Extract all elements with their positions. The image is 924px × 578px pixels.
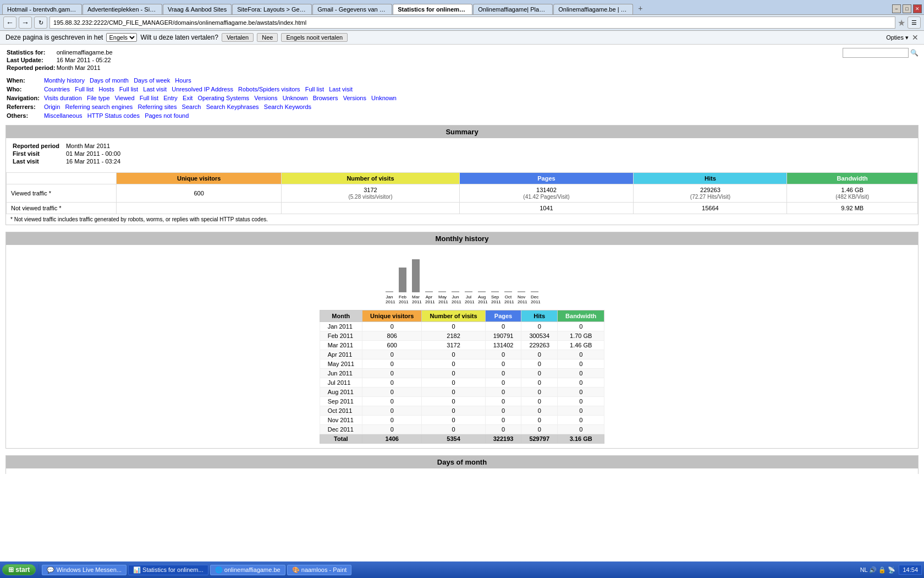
search-input[interactable] [843,48,909,58]
tab-cri[interactable]: Onlinemaffiagame.be | Cri... [553,4,633,14]
header-bandwidth: Bandwidth [787,173,918,184]
monthly-table-row: Dec 2011 0 0 0 0 0 [320,425,604,434]
days-of-month-link[interactable]: Days of month [90,77,129,84]
versions-link-1[interactable]: Versions [254,95,277,101]
entry-link[interactable]: Entry [163,95,178,101]
monthly-history-link[interactable]: Monthly history [44,77,85,84]
browsers-link[interactable]: Browsers [313,95,338,101]
unresolved-link[interactable]: Unresolved IP Address [172,86,233,92]
tab-sitefora[interactable]: SiteFora: Layouts > Gezoc... [232,4,312,14]
search-icon[interactable]: 🔍 [910,49,919,57]
header-number-visits: Number of visits [282,173,459,184]
os-link[interactable]: Operating Systems [198,95,250,101]
referring-search-engines-link[interactable]: Referring search engines [65,103,133,110]
summary-section: Summary Reported period Month Mar 2011 F… [6,125,919,225]
header-pages: Pages [459,173,634,184]
close-button[interactable]: ✕ [913,4,922,13]
last-update-value: 16 Mar 2011 - 05:22 [57,57,113,63]
search-link[interactable]: Search [182,103,201,110]
navigation-links: Visits duration File type Viewed Full li… [44,94,397,102]
close-translate-icon[interactable]: ✕ [912,33,919,42]
tab-play[interactable]: Onlinemaffiagame| Play th... [473,4,553,14]
forward-button[interactable]: → [19,17,32,29]
browser-window: Hotmail - brentvdh.game... Advertentiepl… [0,0,924,474]
unique-visitors-value: 600 [117,184,282,203]
referring-sites-link[interactable]: Referring sites [138,103,177,110]
origin-link[interactable]: Origin [44,103,60,110]
who-links: Countries Full list Hosts Full list Last… [44,85,397,93]
bandwidth-value: 1.46 GB (482 KB/Visit) [787,184,918,203]
tab-statistics[interactable]: Statistics for onlinemaffiag... [393,4,472,14]
tab-hotmail[interactable]: Hotmail - brentvdh.game... [2,4,82,14]
miscellaneous-link[interactable]: Miscellaneous [44,112,82,119]
monthly-section: Monthly history [6,232,919,449]
monthly-table-row: Apr 2011 0 0 0 0 0 [320,350,604,359]
page-content: Statistics for: onlinemaffiagame.be Last… [0,45,924,474]
hosts-link[interactable]: Hosts [99,86,114,92]
when-links: Monthly history Days of month Days of we… [44,77,397,84]
nv-uv [117,203,282,214]
tab-vraag[interactable]: Vraag & Aanbod Sites [163,4,232,14]
versions-link-2[interactable]: Versions [343,95,366,101]
minimize-button[interactable]: − [892,4,901,13]
stats-title-label: Statistics for: [7,49,56,56]
never-button[interactable]: Engels nooit vertalen [281,33,348,42]
file-type-link[interactable]: File type [87,95,110,101]
viewed-label: Viewed traffic * [7,184,117,203]
monthly-table-row: Sep 2011 0 0 0 0 0 [320,397,604,406]
pages-not-found-link[interactable]: Pages not found [145,112,189,119]
refresh-button[interactable]: ↻ [34,17,47,29]
full-list-link-3[interactable]: Full list [305,86,324,92]
full-list-link-1[interactable]: Full list [75,86,94,92]
visits-duration-link[interactable]: Visits duration [44,95,82,101]
vertalen-button[interactable]: Vertalen [222,33,254,42]
others-links: Miscellaneous HTTP Status codes Pages no… [44,112,397,119]
viewed-link[interactable]: Viewed [115,95,135,101]
days-of-week-link[interactable]: Days of week [134,77,170,84]
navigation-label: Navigation: [7,94,43,102]
last-visit-link-2[interactable]: Last visit [329,86,353,92]
nv-pages: 1041 [459,203,634,214]
summary-fv-label: First visit [13,150,65,157]
monthly-table-row: Jun 2011 0 0 0 0 0 [320,369,604,378]
language-select[interactable]: Engels [106,33,137,42]
days-header: Days of month [6,456,918,468]
address-bar[interactable] [50,17,895,29]
unknown-link-1[interactable]: Unknown [283,95,308,101]
translate-bar: Deze pagina is geschreven in het Engels … [0,31,924,45]
hours-link[interactable]: Hours [175,77,191,84]
monthly-table-row: Jul 2011 0 0 0 0 0 [320,378,604,388]
full-list-link-2[interactable]: Full list [119,86,138,92]
back-button[interactable]: ← [3,17,16,29]
monthly-table-row: Mar 2011 600 3172 131402 229263 1.46 GB [320,341,604,350]
nav-bar: ← → ↻ ★ ☰ [0,14,924,31]
new-tab-button[interactable]: + [634,2,647,14]
tab-advertentie[interactable]: Advertentieplekken - SiteD... [82,4,162,14]
info-links-table: When: Monthly history Days of month Days… [6,75,398,121]
nv-visits [282,203,459,214]
star-icon[interactable]: ★ [898,18,905,28]
opties-button[interactable]: Opties ▾ [886,34,909,41]
translate-prompt: Wilt u deze laten vertalen? [140,34,218,41]
header-unique-visitors: Unique visitors [117,173,282,184]
search-keyphrases-link[interactable]: Search Keyphrases [206,103,259,110]
summary-header: Summary [6,126,918,138]
th-unique-visitors: Unique visitors [362,310,422,322]
robots-link[interactable]: Robots/Spiders visitors [238,86,300,92]
no-button[interactable]: Nee [257,33,278,42]
unknown-link-2[interactable]: Unknown [371,95,397,101]
wrench-button[interactable]: ☰ [908,17,921,29]
maximize-button[interactable]: □ [903,4,911,13]
th-month: Month [320,310,362,322]
full-list-link-4[interactable]: Full list [140,95,158,101]
th-pages: Pages [485,310,521,322]
http-status-link[interactable]: HTTP Status codes [87,112,140,119]
header-hits: Hits [634,173,787,184]
tab-gmail[interactable]: Gmail - Gegevens van uw ... [312,4,392,14]
th-number-visits: Number of visits [422,310,485,322]
last-visit-link-1[interactable]: Last visit [143,86,167,92]
search-keywords-link[interactable]: Search Keywords [264,103,311,110]
exit-link[interactable]: Exit [183,95,193,101]
referrers-label: Referrers: [7,103,43,111]
countries-link[interactable]: Countries [44,86,70,92]
